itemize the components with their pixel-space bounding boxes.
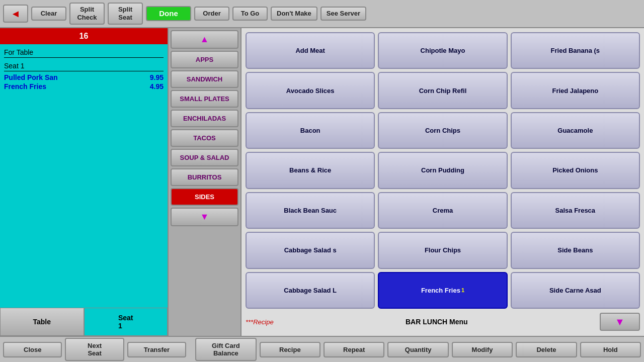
menu-item-black-bean-sauc[interactable]: Black Bean Sauc: [246, 192, 375, 229]
category-tacos[interactable]: TACOS: [171, 129, 238, 147]
seat-label: Seat 1: [4, 62, 164, 71]
menu-title: BAR LUNCH Menu: [406, 318, 468, 326]
order-content: For Table Seat 1 Pulled Pork San 9.95 Fr…: [0, 44, 168, 308]
hold-button[interactable]: Hold: [580, 342, 641, 357]
gift-card-balance-button[interactable]: Gift Card Balance: [195, 338, 256, 361]
menu-item-chipotle-mayo[interactable]: Chipotle Mayo: [378, 32, 507, 69]
quantity-button[interactable]: Quantity: [387, 342, 448, 357]
category-burritos[interactable]: BURRITOS: [171, 168, 238, 186]
menu-item-corn-chip-refil[interactable]: Corn Chip Refil: [378, 72, 507, 109]
top-toolbar: ◄ Clear Split Check Split Seat Done Orde…: [0, 0, 644, 28]
category-small-plates[interactable]: SMALL PLATES: [171, 90, 238, 108]
order-button[interactable]: Order: [194, 7, 229, 21]
see-server-button[interactable]: See Server: [320, 7, 366, 21]
menu-item-add-meat[interactable]: Add Meat: [246, 32, 375, 69]
menu-grid: Add Meat Chipotle Mayo Fried Banana (s A…: [246, 32, 640, 309]
split-check-button[interactable]: Split Check: [69, 3, 105, 24]
menu-item-picked-onions[interactable]: Picked Onions: [511, 152, 640, 189]
item-price-2: 4.95: [150, 82, 164, 90]
delete-button[interactable]: Delete: [516, 342, 577, 357]
category-soup-salad[interactable]: SOUP & SALAD: [171, 149, 238, 166]
menu-item-side-beans[interactable]: Side Beans: [511, 232, 640, 268]
menu-item-side-carne-asad[interactable]: Side Carne Asad: [511, 272, 640, 309]
menu-scroll-down[interactable]: ▼: [600, 313, 640, 331]
tab-table[interactable]: Table: [0, 308, 84, 336]
menu-footer: ***Recipe BAR LUNCH Menu ▼: [246, 312, 640, 332]
done-button[interactable]: Done: [146, 6, 191, 21]
clear-button[interactable]: Clear: [31, 7, 66, 21]
back-button[interactable]: ◄: [3, 5, 28, 23]
table-number: 16: [79, 32, 89, 41]
tab-seat[interactable]: Seat 1: [84, 308, 168, 336]
close-button[interactable]: Close: [3, 342, 62, 357]
order-panel: 16 For Table Seat 1 Pulled Pork San 9.95…: [0, 28, 169, 336]
next-seat-button[interactable]: Next Seat: [65, 338, 124, 361]
category-scroll-up[interactable]: ▲: [171, 30, 238, 49]
modify-button[interactable]: Modify: [452, 342, 513, 357]
item-name-2: French Fries: [4, 82, 46, 90]
item-name-1: Pulled Pork San: [4, 73, 58, 81]
category-sides[interactable]: SIDES: [171, 188, 238, 206]
recipe-button[interactable]: Recipe: [260, 342, 320, 357]
french-fries-badge: 1: [461, 287, 464, 293]
menu-item-cabbage-salad-s[interactable]: Cabbage Salad s: [246, 232, 375, 268]
transfer-button[interactable]: Transfer: [127, 342, 186, 357]
order-item: French Fries 4.95: [4, 82, 164, 90]
menu-item-bacon[interactable]: Bacon: [246, 112, 375, 149]
category-sandwich[interactable]: SANDWICH: [171, 70, 238, 88]
menu-item-beans-rice[interactable]: Beans & Rice: [246, 152, 375, 189]
dont-make-button[interactable]: Don't Make: [271, 7, 317, 21]
to-go-button[interactable]: To Go: [232, 7, 268, 21]
menu-item-fried-jalapeno[interactable]: Fried Jalapeno: [511, 72, 640, 109]
menu-item-crema[interactable]: Crema: [378, 192, 507, 229]
menu-item-corn-pudding[interactable]: Corn Pudding: [378, 152, 507, 189]
order-item: Pulled Pork San 9.95: [4, 73, 164, 81]
menu-item-corn-chips[interactable]: Corn Chips: [378, 112, 507, 149]
menu-item-cabbage-salad-l[interactable]: Cabbage Salad L: [246, 272, 375, 309]
menu-item-flour-chips[interactable]: Flour Chips: [378, 232, 507, 268]
menu-panel: Add Meat Chipotle Mayo Fried Banana (s A…: [242, 28, 644, 336]
split-seat-button[interactable]: Split Seat: [108, 3, 143, 24]
menu-item-salsa-fresca[interactable]: Salsa Fresca: [511, 192, 640, 229]
category-scroll-down[interactable]: ▼: [171, 208, 238, 226]
category-enchiladas[interactable]: ENCHILADAS: [171, 110, 238, 127]
bottom-toolbar: Close Next Seat Transfer Gift Card Balan…: [0, 336, 644, 362]
main-area: 16 For Table Seat 1 Pulled Pork San 9.95…: [0, 28, 644, 336]
for-table-label: For Table: [4, 48, 164, 58]
category-panel: ▲ APPS SANDWICH SMALL PLATES ENCHILADAS …: [169, 28, 242, 336]
menu-item-french-fries[interactable]: French Fries 1: [378, 272, 507, 309]
menu-item-fried-banana[interactable]: Fried Banana (s: [511, 32, 640, 69]
repeat-button[interactable]: Repeat: [324, 342, 384, 357]
category-apps[interactable]: APPS: [171, 51, 238, 68]
menu-item-guacamole[interactable]: Guacamole: [511, 112, 640, 149]
item-price-1: 9.95: [150, 73, 164, 81]
recipe-label: ***Recipe: [246, 318, 274, 326]
menu-item-avocado-slices[interactable]: Avocado Slices: [246, 72, 375, 109]
order-header: 16: [0, 28, 168, 44]
order-tabs: Table Seat 1: [0, 308, 168, 336]
